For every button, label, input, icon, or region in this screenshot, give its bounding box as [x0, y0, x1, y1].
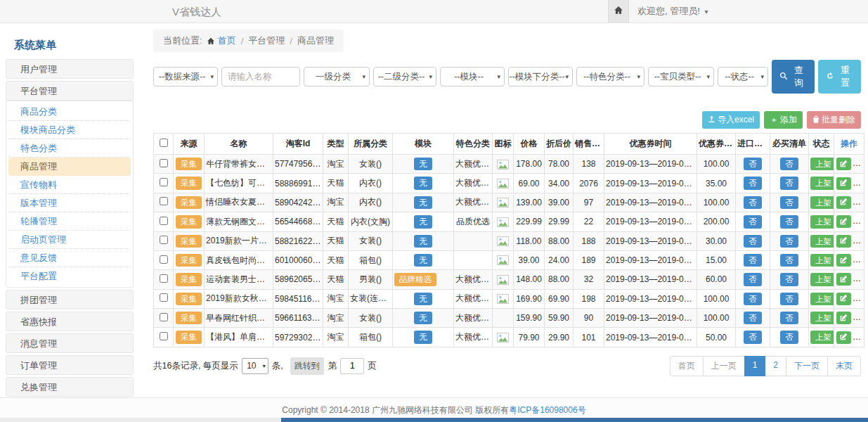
status-badge[interactable]: 上架	[810, 177, 834, 189]
sidebar-subitem-6[interactable]: 轮播管理	[8, 212, 131, 231]
page-1-button[interactable]: 1	[744, 356, 766, 376]
must-buy-toggle[interactable]: 否	[780, 254, 798, 267]
sidebar-group-6[interactable]: 兑换管理	[6, 377, 134, 397]
import-select-toggle[interactable]: 否	[744, 254, 762, 267]
import-select-toggle[interactable]: 否	[744, 293, 762, 305]
icp-link[interactable]: 粤ICP备16098006号	[509, 404, 585, 416]
edit-button[interactable]	[836, 293, 851, 305]
row-checkbox[interactable]	[160, 293, 168, 302]
must-buy-toggle[interactable]: 否	[780, 196, 798, 209]
must-buy-toggle[interactable]: 否	[780, 158, 798, 170]
scrollbar-thumb[interactable]	[281, 418, 868, 422]
row-checkbox[interactable]	[160, 217, 168, 225]
col-header-source: 来源	[174, 134, 205, 155]
filter-select-4[interactable]: --模块--▾	[440, 67, 505, 87]
query-button[interactable]: 查询	[772, 60, 815, 94]
breadcrumb-home-link[interactable]: 首页	[218, 34, 236, 47]
module-cell: 无	[393, 309, 454, 328]
sidebar-subitem-2[interactable]: 特色分类	[8, 139, 131, 158]
page-size-select[interactable]: 10 ▾	[242, 358, 268, 374]
import-select-toggle[interactable]: 否	[744, 215, 762, 228]
import-select-toggle[interactable]: 否	[744, 177, 762, 189]
sidebar-subitem-7[interactable]: 启动页管理	[8, 231, 131, 249]
status-badge[interactable]: 上架	[810, 293, 834, 305]
row-checkbox[interactable]	[160, 313, 168, 321]
must-buy-toggle[interactable]: 否	[780, 331, 798, 343]
status-badge[interactable]: 上架	[810, 235, 834, 248]
row-checkbox[interactable]	[160, 332, 168, 340]
import-select-toggle[interactable]: 否	[744, 235, 762, 248]
sidebar-group-5[interactable]: 订单管理	[6, 355, 134, 375]
jump-button[interactable]: 跳转到	[290, 357, 324, 375]
status-badge[interactable]: 上架	[810, 312, 834, 324]
import-excel-button[interactable]: 导入excel	[702, 111, 760, 129]
edit-button[interactable]	[836, 331, 851, 344]
sidebar-group-4[interactable]: 消息管理	[6, 333, 134, 353]
import-select-toggle[interactable]: 否	[744, 196, 762, 209]
filter-select-6[interactable]: --特色分类--▾	[576, 67, 644, 87]
status-badge[interactable]: 上架	[810, 158, 834, 170]
filter-select-5[interactable]: --模块下分类--▾	[508, 67, 573, 87]
import-select-toggle[interactable]: 否	[744, 331, 762, 343]
row-checkbox[interactable]	[160, 197, 168, 205]
must-buy-toggle[interactable]: 否	[780, 273, 798, 286]
import-select-toggle[interactable]: 否	[744, 312, 762, 324]
last-page-button[interactable]: 末页	[827, 356, 861, 376]
edit-button[interactable]	[836, 273, 851, 286]
name-search-input[interactable]	[221, 67, 300, 87]
row-checkbox[interactable]	[160, 178, 168, 186]
first-page-button[interactable]: 首页	[670, 356, 704, 376]
reset-button[interactable]: 重置	[818, 60, 861, 94]
edit-button[interactable]	[836, 158, 851, 170]
import-select-toggle[interactable]: 否	[744, 273, 762, 286]
home-button[interactable]	[608, 0, 629, 23]
filter-select-2[interactable]: 一级分类▾	[304, 67, 370, 87]
status-badge[interactable]: 上架	[810, 196, 834, 209]
sidebar-subitem-0[interactable]: 商品分类	[8, 103, 131, 121]
import-select-toggle[interactable]: 否	[744, 158, 762, 170]
add-button[interactable]: ＋ 添加	[764, 111, 803, 129]
edit-button[interactable]	[836, 312, 851, 324]
sidebar-subitem-4[interactable]: 宣传物料	[8, 176, 131, 194]
sidebar-subitem-9[interactable]: 平台配置	[8, 267, 131, 286]
edit-button[interactable]	[836, 215, 851, 228]
must-buy-toggle[interactable]: 否	[780, 215, 798, 228]
filter-select-7[interactable]: --宝贝类型--▾	[648, 67, 714, 87]
user-menu[interactable]: 欢迎您, 管理员! ▾	[629, 5, 717, 18]
filter-select-8[interactable]: --状态--▾	[718, 67, 768, 87]
edit-button[interactable]	[836, 254, 851, 267]
must-buy-toggle[interactable]: 否	[780, 235, 798, 248]
row-checkbox[interactable]	[160, 255, 168, 264]
sidebar-subitem-5[interactable]: 版本管理	[8, 194, 131, 212]
taoke-id-cell: 597293020870	[273, 328, 323, 347]
edit-button[interactable]	[836, 196, 851, 209]
col-header-taoke-id: 淘客Id	[273, 134, 323, 155]
must-buy-toggle[interactable]: 否	[780, 177, 798, 189]
sidebar-group-3[interactable]: 省惠快报	[6, 312, 134, 331]
edit-button[interactable]	[836, 177, 851, 190]
sidebar-group-2[interactable]: 拼团管理	[6, 290, 134, 309]
status-badge[interactable]: 上架	[810, 215, 834, 228]
batch-delete-button[interactable]: 批量删除	[807, 111, 861, 129]
must-buy-toggle[interactable]: 否	[780, 312, 798, 324]
select-all-checkbox[interactable]	[160, 139, 168, 147]
row-checkbox[interactable]	[160, 274, 168, 283]
prev-page-button[interactable]: 上一页	[703, 356, 745, 376]
row-checkbox[interactable]	[160, 159, 168, 167]
row-checkbox[interactable]	[160, 236, 168, 244]
page-2-button[interactable]: 2	[765, 356, 786, 376]
sidebar-group-1[interactable]: 平台管理	[6, 81, 134, 101]
status-badge[interactable]: 上架	[810, 273, 834, 286]
sidebar-subitem-8[interactable]: 意见反馈	[8, 249, 131, 267]
must-buy-toggle[interactable]: 否	[780, 293, 798, 305]
sidebar-subitem-1[interactable]: 模块商品分类	[8, 121, 131, 139]
status-badge[interactable]: 上架	[810, 254, 834, 267]
filter-select-3[interactable]: --二级分类--▾	[373, 67, 436, 87]
status-badge[interactable]: 上架	[810, 331, 834, 343]
sidebar-subitem-3[interactable]: 商品管理	[8, 158, 131, 176]
page-number-input[interactable]	[340, 358, 364, 374]
sidebar-group-0[interactable]: 用户管理	[6, 59, 134, 79]
filter-select-0[interactable]: --数据来源--▾	[153, 67, 218, 87]
next-page-button[interactable]: 下一页	[786, 356, 828, 376]
edit-button[interactable]	[836, 235, 851, 248]
